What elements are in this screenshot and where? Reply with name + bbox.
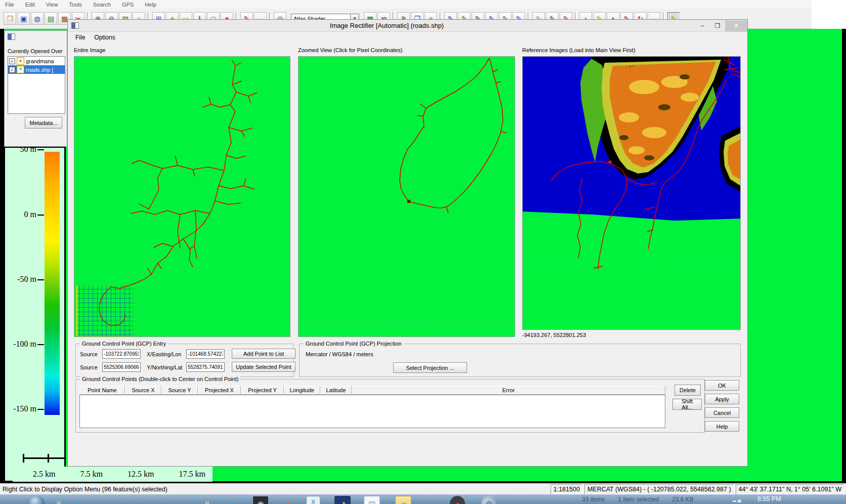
gcp-projection-group: Ground Control Point (GCP) Projection Me… — [299, 344, 741, 377]
app-grid-icon[interactable]: ⠿ — [51, 496, 67, 504]
menu-item[interactable]: Help — [144, 2, 161, 8]
overlay-control-icon[interactable]: ▤ — [45, 12, 57, 25]
column-header[interactable]: Source X — [125, 386, 161, 395]
earth-icon[interactable]: ◍ — [481, 496, 496, 504]
folder-icon[interactable]: ▱ — [395, 496, 411, 504]
reference-images-label: Reference Images (Load into Main View Fi… — [522, 47, 636, 53]
column-header[interactable]: Latitude — [320, 386, 352, 395]
gcp-projection-title: Ground Control Point (GCP) Projection — [304, 341, 404, 347]
update-point-button[interactable]: Update Selected Point — [232, 362, 295, 372]
layer-checkbox[interactable]: ✓ — [9, 58, 15, 64]
y-northing-field[interactable] — [186, 362, 225, 372]
x-easting-field[interactable] — [186, 349, 225, 359]
gcp-table-body[interactable] — [79, 395, 665, 428]
close-button[interactable]: ✕ — [725, 20, 747, 31]
metadata-button[interactable]: Metadata... — [25, 117, 62, 129]
status-scale: 1:181500 — [551, 484, 583, 494]
apply-button[interactable]: Apply — [705, 394, 739, 404]
y-northing-label: Y/Northing/Lat — [147, 364, 182, 370]
global-mapper-icon[interactable]: ↗ — [334, 496, 351, 504]
column-header[interactable]: Error — [352, 386, 665, 395]
menu-item[interactable]: Search — [92, 2, 116, 8]
explorer-size: 23.6 KB — [672, 496, 694, 503]
layer-checkbox[interactable]: ✓ — [9, 67, 15, 73]
notepad-icon[interactable]: ▤ — [364, 496, 380, 504]
svg-text:+ *: + * — [629, 64, 634, 69]
app-grid-icon[interactable]: ⠿ — [199, 496, 215, 504]
scale-label: 12.5 km — [128, 470, 154, 479]
dialog-menu-item[interactable]: Options — [90, 34, 119, 41]
source-x-label: Source — [80, 351, 98, 357]
entire-image-panel[interactable] — [74, 56, 290, 337]
zoomed-view-roads — [299, 57, 515, 334]
scale-label: 7.5 km — [80, 470, 103, 479]
column-header[interactable]: Source Y — [161, 386, 198, 395]
menu-item[interactable]: Edit — [24, 2, 40, 8]
add-point-button[interactable]: Add Point to List — [232, 349, 295, 359]
internet-explorer-icon[interactable]: e — [223, 496, 239, 504]
layer-type-icon: + — [17, 66, 24, 73]
minimize-button[interactable]: – — [695, 20, 710, 31]
scale-bar-labels: 2.5 km7.5 km12.5 km17.5 km — [13, 467, 213, 482]
elevation-legend: 50 m 0 m -50 m -100 m -150 m — [4, 147, 66, 482]
maximize-button[interactable]: ❐ — [710, 20, 725, 31]
elevation-gradient-bar — [45, 152, 60, 415]
windows-store-icon[interactable]: ⊞ — [69, 496, 85, 504]
menu-item[interactable]: View — [45, 2, 63, 8]
menu-item[interactable]: File — [4, 2, 19, 8]
zoomed-view-panel[interactable] — [298, 56, 515, 337]
column-header[interactable]: Projected X — [198, 386, 241, 395]
firefox-icon[interactable]: ◗ — [281, 496, 297, 504]
corner-area — [812, 0, 846, 29]
column-header[interactable]: Longitude — [284, 386, 320, 395]
reference-images-panel[interactable]: + * — [522, 56, 741, 330]
gcp-table-header: Point NameSource XSource YProjected XPro… — [79, 386, 665, 395]
column-header[interactable]: Point Name — [79, 386, 125, 395]
zoomed-view-label: Zoomed View (Click for Pixel Coordinates… — [298, 47, 402, 53]
overlay-panel-title: Currently Opened Over — [8, 48, 63, 54]
source-y-label: Source — [80, 364, 98, 370]
dialog-menu-item[interactable]: File — [71, 34, 90, 41]
entire-image-roads — [74, 57, 290, 337]
dialog-title: Image Rectifier [Automatic] (roads.shp) — [79, 22, 695, 29]
steam-icon[interactable]: ◉ — [252, 496, 269, 504]
entire-image-label: Entire Image — [74, 47, 105, 53]
save-icon[interactable]: ▣ — [17, 12, 30, 25]
gcp-list-title: Ground Control Points (Double-click to C… — [80, 376, 240, 382]
calendar-icon[interactable]: 8 — [306, 496, 320, 504]
cancel-button[interactable]: Cancel — [705, 407, 739, 418]
legend-tick — [37, 215, 44, 216]
layer-item-roads[interactable]: ✓ + roads.shp [ — [8, 65, 65, 74]
status-coordinates: 44° 43' 37.1711" N, 1° 05' 6.1091" W — [736, 484, 844, 494]
web-export-icon[interactable]: ◍ — [31, 12, 44, 25]
taskbar-clock[interactable]: 8:55 PM — [757, 495, 781, 502]
scale-label: 2.5 km — [33, 470, 55, 479]
layer-list[interactable]: ✓ ▲ grandmana ✓ + roads.shp [ — [8, 56, 65, 114]
scale-label: 17.5 km — [179, 470, 205, 479]
dialog-menubar: FileOptions — [68, 32, 120, 43]
explorer-status: 33 items 1 item selected 23.6 KB — [582, 496, 694, 503]
menu-item[interactable]: Tools — [68, 2, 87, 8]
projection-value: Mercator / WGS84 / meters — [306, 351, 373, 357]
layer-type-icon: ▲ — [17, 57, 24, 65]
open-file-icon[interactable]: ❒ — [4, 12, 16, 25]
scale-bar-tick — [48, 454, 49, 463]
source-x-field[interactable] — [102, 349, 141, 359]
source-y-field[interactable] — [102, 362, 141, 372]
start-button[interactable] — [29, 496, 45, 504]
help-button[interactable]: Help — [705, 421, 739, 432]
delete-button[interactable]: Delete — [674, 385, 701, 396]
layer-item-grandmanan[interactable]: ✓ ▲ grandmana — [8, 57, 65, 65]
dialog-icon — [71, 22, 79, 29]
legend-label: -100 m — [5, 340, 36, 349]
gcp-point-marker — [407, 200, 410, 203]
record-icon[interactable]: ● — [450, 496, 465, 504]
ok-button[interactable]: OK — [705, 380, 739, 391]
menu-item[interactable]: GPS — [121, 2, 139, 8]
system-tray-icons[interactable]: ▂▄ — [733, 497, 742, 502]
image-rectifier-dialog: Image Rectifier [Automatic] (roads.shp) … — [67, 19, 748, 467]
column-header[interactable]: Projected Y — [241, 386, 284, 395]
select-projection-button[interactable]: Select Projection ... — [393, 362, 467, 373]
shift-all-button[interactable]: Shift All... — [672, 399, 702, 410]
dialog-titlebar[interactable]: Image Rectifier [Automatic] (roads.shp) … — [68, 20, 747, 32]
